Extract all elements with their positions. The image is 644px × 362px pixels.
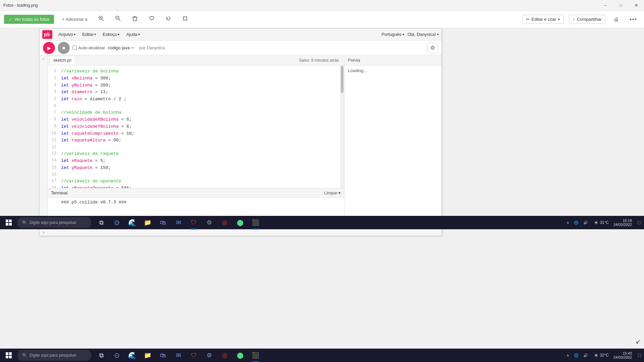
extra-icon-main[interactable]: ⬛ — [248, 215, 263, 231]
opera-icon-main[interactable]: ◎ — [217, 215, 232, 231]
time-bottom: 15:40 — [623, 351, 632, 355]
sketch-name[interactable]: codigo java ✏ — [108, 45, 135, 50]
code-line: 12 — [48, 144, 344, 150]
network-icon-bottom[interactable]: 🌐 — [572, 353, 580, 358]
start-button-main[interactable] — [0, 216, 17, 229]
temp-main: 31°C — [600, 220, 609, 225]
print-icon[interactable]: 🖨 — [611, 15, 622, 24]
weather-main[interactable]: ☀ 31°C — [592, 220, 611, 226]
line-number: 8 — [49, 116, 61, 123]
rotate-icon[interactable] — [163, 14, 174, 24]
code-area[interactable]: 1//variáveis da bolinha2let xBolinha = 3… — [48, 65, 344, 188]
user-greeting[interactable]: Olá, Danynica! ▾ — [408, 32, 439, 37]
scroll-thumb[interactable] — [341, 66, 343, 93]
auto-update-checkbox-label[interactable]: Auto-atualizar — [72, 45, 105, 50]
menu-esboco-label: Esboço — [103, 32, 117, 37]
task-view-icon-main[interactable]: ⧉ — [94, 215, 109, 231]
search-bar-bottom[interactable]: 🔍 Digite aqui para pesquisar — [17, 350, 91, 361]
scrollbar[interactable] — [340, 65, 344, 188]
line-code-text: let raqueteComprimento = 10; — [61, 130, 134, 137]
edge-icon-main[interactable]: 🌊 — [125, 215, 140, 231]
zoom-out-icon[interactable] — [112, 14, 124, 24]
mail-icon-main[interactable]: ✉ — [171, 215, 186, 231]
menu-arquivo[interactable]: Arquivo ▾ — [56, 31, 78, 38]
cortana-icon-bottom[interactable]: ⊙ — [109, 347, 124, 362]
sketch-tab[interactable]: sketch.js• — [50, 56, 75, 64]
edge-icon-bottom[interactable]: 🌊 — [125, 347, 140, 362]
add-button[interactable]: + Adicionar a — [59, 15, 90, 23]
edit-pencil-icon[interactable]: ✏ — [131, 46, 135, 50]
menu-ajuda[interactable]: Ajuda ▾ — [123, 31, 142, 38]
code-line: 8let velocidadeXBolinha = 6; — [48, 116, 344, 123]
line-number: 17 — [49, 178, 61, 185]
menu-editar[interactable]: Editar ▾ — [79, 31, 99, 38]
minimize-button[interactable]: – — [598, 0, 613, 11]
volume-icon-main[interactable]: 🔊 — [582, 221, 590, 225]
explorer-icon-bottom[interactable]: 📁 — [140, 347, 155, 362]
saved-status: Salvo: 8 minutos atrás — [299, 58, 339, 63]
line-number: 2 — [49, 75, 61, 82]
kaspersky-icon-main[interactable]: 🛡 — [186, 215, 201, 231]
delete-icon[interactable] — [129, 14, 141, 24]
menu-editar-label: Editar — [82, 32, 94, 37]
extra-icon-bottom[interactable]: ⬛ — [248, 347, 263, 362]
svg-rect-14 — [9, 220, 12, 222]
view-all-photos-button[interactable]: ✓ Ver todas as fotos — [4, 15, 54, 24]
notification-icon-bottom[interactable]: □ — [635, 347, 644, 362]
extra-icon: ⬛ — [252, 219, 259, 226]
settings-button[interactable]: ⚙ — [427, 43, 438, 53]
code-line: 7//velocidade da bolinha — [48, 109, 344, 116]
code-line: 17//variáveis do oponente — [48, 178, 344, 185]
tab-modified-dot: • — [70, 58, 72, 63]
edge-bottom: 🌊 — [128, 351, 137, 359]
weather-icon-main: ☀ — [594, 220, 598, 226]
search-bar-main[interactable]: 🔍 Digite aqui para pesquisar — [17, 217, 91, 228]
line-number: 7 — [49, 109, 61, 116]
store-icon-bottom[interactable]: 🛍 — [156, 347, 170, 362]
clear-button[interactable]: Limpar ▾ — [324, 190, 341, 195]
auto-update-checkbox[interactable] — [72, 46, 77, 50]
volume-icon-bottom[interactable]: 🔊 — [582, 353, 590, 358]
stop-button[interactable]: ■ — [58, 42, 70, 54]
cortana-icon-main[interactable]: ⊙ — [109, 215, 124, 231]
resize-handle[interactable]: ↙ — [636, 338, 641, 345]
crop-icon[interactable] — [179, 14, 191, 24]
chrome-icon: ⬤ — [237, 219, 244, 226]
weather-bottom[interactable]: ☀ 32°C — [592, 352, 611, 359]
expand-tray-bottom[interactable]: ∧ — [565, 353, 571, 358]
maximize-button[interactable]: □ — [613, 0, 629, 11]
share-button[interactable]: ↑ Compartilhar — [569, 15, 605, 24]
p5-menubar: p5· Arquivo ▾ Editar ▾ Esboço ▾ Ajuda ▾ … — [40, 28, 441, 41]
expand-tray-main[interactable]: ∧ — [565, 221, 571, 225]
heart-icon[interactable] — [146, 14, 157, 24]
svg-rect-19 — [6, 356, 8, 358]
explorer-icon-main[interactable]: 📁 — [140, 215, 155, 231]
network-icon-main[interactable]: 🌐 — [572, 221, 580, 225]
lang-selector[interactable]: Português ▾ — [381, 32, 404, 37]
extra-bottom: ⬛ — [252, 352, 259, 359]
menu-esboco[interactable]: Esboço ▾ — [100, 31, 122, 38]
folder-bottom: 📁 — [144, 352, 151, 359]
task-view-icon-bottom[interactable]: ⧉ — [94, 347, 109, 362]
edit-create-button[interactable]: ✂ Editar e criar ▾ — [522, 15, 564, 24]
zoom-in-icon[interactable] — [96, 14, 107, 24]
kaspersky-icon-bottom[interactable]: 🛡 — [186, 347, 201, 362]
chrome-icon-main[interactable]: ⬤ — [233, 215, 248, 231]
sidebar-toggle[interactable]: › — [40, 55, 48, 228]
chrome-icon-bottom[interactable]: ⬤ — [233, 347, 248, 362]
opera-icon-bottom[interactable]: ◎ — [217, 347, 232, 362]
settings-bottom: ⚙ — [207, 352, 212, 359]
more-icon[interactable]: ••• — [627, 15, 640, 24]
close-button[interactable]: ✕ — [629, 0, 644, 11]
settings-icon-main[interactable]: ⚙ — [202, 215, 217, 231]
settings-icon-bottom[interactable]: ⚙ — [202, 347, 217, 362]
run-button[interactable]: ▶ — [43, 42, 55, 54]
store-icon-main[interactable]: 🛍 — [156, 215, 170, 231]
clock-bottom[interactable]: 15:40 24/03/2022 — [611, 351, 635, 359]
preview-label: Prévia — [348, 58, 360, 63]
win-controls: – □ ✕ — [598, 0, 644, 10]
clock-main[interactable]: 15:18 24/03/2022 — [611, 219, 635, 227]
notification-icon-main[interactable]: □ — [635, 215, 644, 231]
mail-icon-bottom[interactable]: ✉ — [171, 347, 186, 362]
start-button-bottom[interactable] — [0, 349, 17, 362]
